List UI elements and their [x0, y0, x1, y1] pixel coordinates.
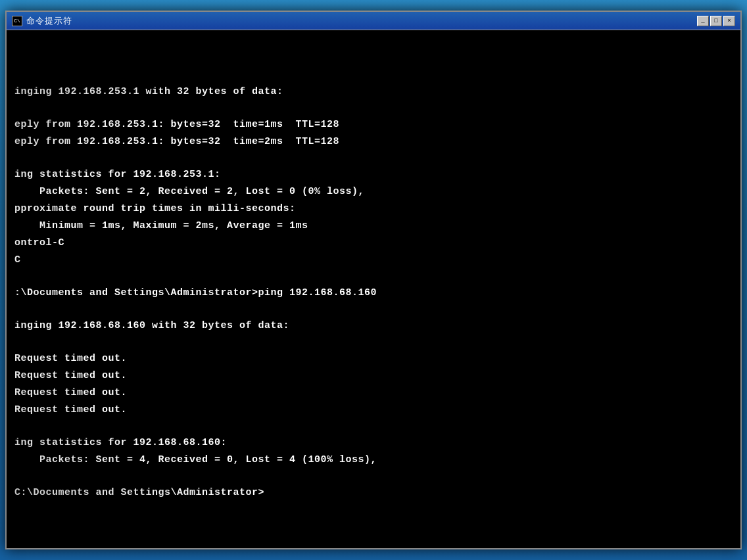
terminal-line: eply from 192.168.253.1: bytes=32 time=2…	[14, 134, 733, 150]
terminal-line: C	[14, 252, 733, 268]
window-buttons: _ □ ×	[697, 16, 735, 26]
maximize-button[interactable]: □	[710, 16, 722, 26]
terminal-line	[14, 101, 733, 117]
terminal-line: inging 192.168.253.1 with 32 bytes of da…	[14, 84, 733, 100]
terminal-line: Request timed out.	[14, 402, 733, 418]
terminal-line	[14, 151, 733, 167]
terminal-output: inging 192.168.253.1 with 32 bytes of da…	[14, 37, 733, 501]
terminal-line: Packets: Sent = 2, Received = 2, Lost = …	[14, 184, 733, 200]
window-frame: C\ 命令提示符 _ □ × inging 192.168.253.1 with…	[5, 11, 742, 549]
close-button[interactable]: ×	[723, 16, 735, 26]
terminal-line	[14, 68, 733, 84]
minimize-button[interactable]: _	[697, 16, 709, 26]
terminal-line	[14, 469, 733, 485]
terminal-line: ontrol-C	[14, 235, 733, 251]
terminal-line: inging 192.168.68.160 with 32 bytes of d…	[14, 318, 733, 334]
terminal-line: ing statistics for 192.168.68.160:	[14, 435, 733, 451]
terminal-line: Request timed out.	[14, 368, 733, 384]
terminal-line	[14, 419, 733, 435]
terminal-line: :\Documents and Settings\Administrator>p…	[14, 285, 733, 301]
title-bar: C\ 命令提示符 _ □ ×	[7, 12, 740, 30]
window-title: 命令提示符	[26, 15, 72, 27]
terminal-line: pproximate round trip times in milli-sec…	[14, 201, 733, 217]
terminal-line: ing statistics for 192.168.253.1:	[14, 167, 733, 183]
terminal-line: C:\Documents and Settings\Administrator>	[14, 485, 733, 501]
terminal-line: Packets: Sent = 4, Received = 0, Lost = …	[14, 452, 733, 468]
terminal-line	[14, 302, 733, 318]
monitor-outer: C\ 命令提示符 _ □ × inging 192.168.253.1 with…	[0, 0, 747, 560]
terminal-line	[14, 269, 733, 285]
terminal-line: Request timed out.	[14, 385, 733, 401]
cmd-icon: C\	[12, 16, 22, 26]
terminal-body[interactable]: inging 192.168.253.1 with 32 bytes of da…	[7, 30, 740, 548]
terminal-line: eply from 192.168.253.1: bytes=32 time=1…	[14, 117, 733, 133]
terminal-line	[14, 335, 733, 351]
terminal-line: Request timed out.	[14, 351, 733, 367]
terminal-line: Minimum = 1ms, Maximum = 2ms, Average = …	[14, 218, 733, 234]
